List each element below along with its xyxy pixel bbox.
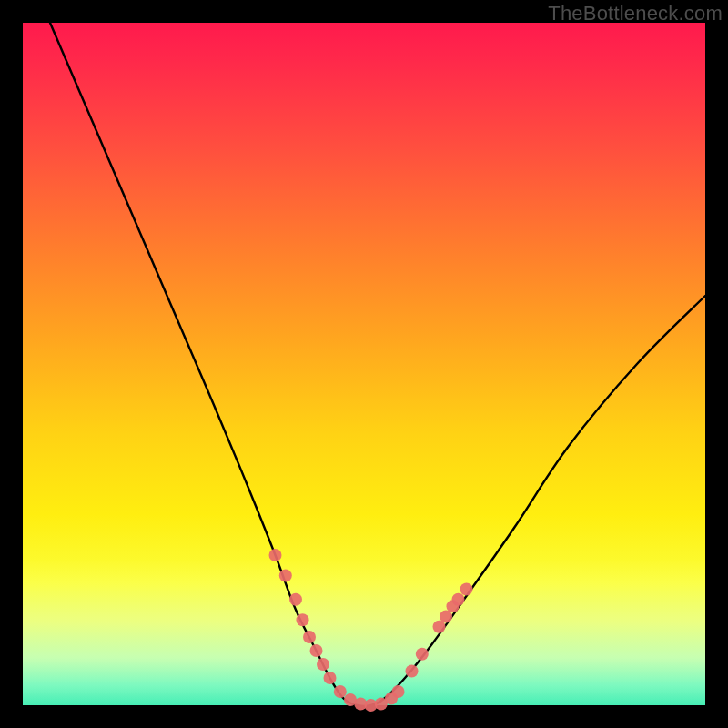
chart-svg — [23, 23, 705, 705]
highlight-point — [452, 593, 465, 606]
highlight-points — [269, 549, 473, 712]
watermark-text: TheBottleneck.com — [548, 2, 723, 25]
highlight-point — [317, 658, 329, 671]
chart-frame — [23, 23, 705, 705]
bottleneck-curve — [50, 23, 705, 706]
highlight-point — [416, 648, 429, 661]
highlight-point — [297, 613, 309, 626]
highlight-point — [279, 570, 292, 582]
highlight-point — [269, 549, 282, 561]
highlight-point — [310, 644, 323, 657]
highlight-point — [406, 665, 419, 678]
highlight-point — [334, 685, 347, 698]
highlight-point — [289, 593, 302, 606]
highlight-point — [392, 685, 405, 698]
highlight-point — [460, 583, 473, 596]
highlight-point — [324, 672, 337, 684]
highlight-point — [303, 631, 316, 643]
